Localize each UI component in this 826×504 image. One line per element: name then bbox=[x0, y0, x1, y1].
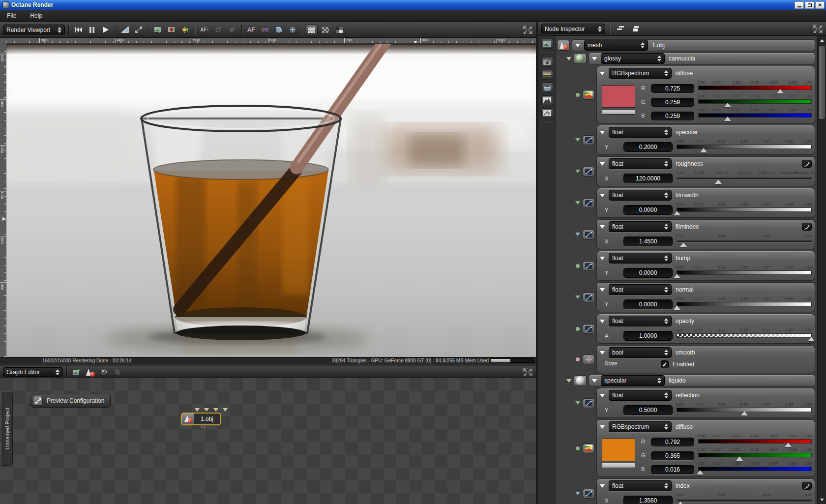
log-scale-button[interactable] bbox=[802, 482, 812, 490]
slider-track[interactable] bbox=[677, 302, 812, 306]
slider-track[interactable] bbox=[698, 86, 812, 90]
slider[interactable]: 0.000.170.330.500.670.831.00 bbox=[698, 461, 812, 474]
save-image-button[interactable] bbox=[152, 25, 164, 35]
slider[interactable]: 0.000.170.330.500.670.831.00 bbox=[677, 402, 812, 415]
slider-track[interactable] bbox=[677, 500, 812, 502]
brightness-strip[interactable] bbox=[602, 109, 635, 115]
pause-render-button[interactable] bbox=[86, 25, 98, 35]
value-field[interactable]: 1.4500 bbox=[623, 237, 673, 246]
ge-add-material-button[interactable] bbox=[84, 367, 96, 378]
slider[interactable]: 0.000.170.330.500.670.831.00 bbox=[677, 139, 812, 152]
collapse-arrow-icon[interactable] bbox=[600, 162, 605, 166]
zoom-picker-button[interactable] bbox=[226, 25, 238, 35]
slider[interactable]: 0.000.170.330.500.670.831.00 bbox=[677, 296, 812, 309]
node-inspector-fullscreen-button[interactable]: ⇱⇗⇙⇲ bbox=[813, 25, 823, 33]
filmindex-type-dropdown[interactable]: float bbox=[609, 221, 672, 232]
slider-handle[interactable] bbox=[808, 337, 815, 341]
render-region-button[interactable] bbox=[166, 25, 177, 35]
close-button[interactable]: × bbox=[815, 1, 825, 9]
slider[interactable]: 0.000.170.330.500.670.831.00 bbox=[698, 94, 812, 107]
anaglyph-button[interactable] bbox=[259, 25, 271, 35]
value-field[interactable]: 0.259 bbox=[651, 98, 694, 107]
slider-handle[interactable] bbox=[680, 242, 687, 247]
slider-track[interactable] bbox=[698, 453, 812, 457]
slider-handle[interactable] bbox=[674, 305, 680, 310]
slider-track[interactable] bbox=[677, 270, 812, 275]
collapse-arrow-icon[interactable] bbox=[592, 57, 597, 60]
mesh-type-dropdown[interactable]: mesh bbox=[584, 40, 648, 51]
slider-track[interactable] bbox=[677, 333, 812, 338]
value-field[interactable]: 0.725 bbox=[651, 84, 694, 93]
slider-handle[interactable] bbox=[785, 443, 792, 447]
collapse-arrow-icon[interactable] bbox=[600, 131, 605, 134]
slider-handle[interactable] bbox=[741, 411, 748, 415]
slider[interactable]: 0.000.170.330.500.670.831.00 bbox=[677, 328, 812, 341]
collapse-arrow-icon[interactable] bbox=[600, 72, 605, 75]
play-render-button[interactable] bbox=[100, 25, 112, 35]
slider[interactable]: 0.000.170.330.500.670.831.00 bbox=[677, 265, 812, 278]
collapse-arrow-icon[interactable] bbox=[600, 394, 605, 397]
render-settings-icon[interactable] bbox=[541, 108, 553, 118]
slider-handle[interactable] bbox=[715, 179, 722, 184]
value-field[interactable]: 1.0000 bbox=[623, 331, 673, 341]
light-button[interactable] bbox=[179, 25, 191, 35]
value-field[interactable]: 120.0000 bbox=[623, 174, 673, 183]
viewport-fullscreen-button[interactable]: ⇱⇗⇙⇲ bbox=[523, 26, 533, 34]
menu-file[interactable]: File bbox=[0, 10, 23, 21]
graph-editor-fullscreen-button[interactable]: ⇱⇗⇙⇲ bbox=[523, 368, 533, 376]
diffuse-type-dropdown[interactable]: RGBspectrum bbox=[609, 421, 672, 432]
ge-add-texture-button[interactable] bbox=[112, 367, 123, 378]
log-scale-button[interactable] bbox=[802, 160, 812, 168]
value-field[interactable]: 0.259 bbox=[651, 112, 694, 120]
node-output-pin[interactable] bbox=[201, 424, 205, 428]
slider-track[interactable] bbox=[698, 113, 812, 118]
menu-help[interactable]: Help bbox=[23, 10, 49, 21]
slider-handle[interactable] bbox=[697, 470, 704, 474]
alpha-channel-button[interactable] bbox=[320, 25, 331, 35]
af-toggle-button[interactable]: AF bbox=[245, 25, 257, 35]
slider-track[interactable] bbox=[677, 208, 812, 212]
expand-groups-button[interactable] bbox=[629, 24, 641, 34]
collapse-arrow-icon[interactable] bbox=[575, 44, 580, 47]
specular-type-dropdown[interactable]: specular bbox=[601, 375, 665, 386]
af-point-button[interactable]: AF↑ bbox=[199, 25, 210, 35]
slider-track[interactable] bbox=[698, 99, 812, 104]
normal-type-dropdown[interactable]: float bbox=[609, 284, 672, 295]
alpha-split-button[interactable] bbox=[333, 25, 345, 35]
slider-handle[interactable] bbox=[777, 89, 784, 93]
enabled-checkbox[interactable]: ✓ bbox=[661, 360, 669, 368]
color-swatch[interactable] bbox=[602, 85, 635, 108]
slider-handle[interactable] bbox=[674, 274, 680, 278]
node-inspector-selector-dropdown[interactable]: Node Inspector bbox=[541, 24, 605, 34]
value-field[interactable]: 0.0000 bbox=[623, 299, 673, 309]
collapse-arrow-icon[interactable] bbox=[600, 288, 605, 292]
collapse-groups-button[interactable] bbox=[615, 24, 626, 34]
opacity-type-dropdown[interactable]: float bbox=[609, 316, 672, 326]
slider[interactable]: 2.0017.82158.741414.2112599.22112246.201… bbox=[677, 171, 812, 183]
slider-handle[interactable] bbox=[736, 456, 743, 461]
graph-editor-selector-dropdown[interactable]: Graph Editor bbox=[3, 367, 63, 377]
collapse-arrow-icon[interactable] bbox=[600, 484, 605, 488]
diffuse-type-dropdown[interactable]: RGBspectrum bbox=[609, 68, 672, 79]
slider-handle[interactable] bbox=[724, 117, 731, 121]
collapse-arrow-icon[interactable] bbox=[600, 194, 605, 197]
scroll-down-button[interactable] bbox=[818, 496, 826, 504]
slider[interactable]: 0.000.170.330.500.670.831.00 bbox=[698, 80, 812, 93]
sphere-chrome-icon[interactable] bbox=[574, 375, 587, 386]
value-field[interactable]: 0.0000 bbox=[623, 268, 673, 278]
resize-viewport-button[interactable] bbox=[133, 25, 145, 35]
filmwidth-type-dropdown[interactable]: float bbox=[609, 190, 672, 201]
focus-picker-button[interactable] bbox=[212, 25, 224, 35]
inspector-scrollbar[interactable] bbox=[817, 36, 826, 504]
material-ball-icon[interactable] bbox=[557, 40, 570, 51]
slider-track[interactable] bbox=[698, 439, 812, 444]
slider-handle[interactable] bbox=[724, 103, 731, 107]
value-field[interactable]: 1.3560 bbox=[623, 496, 673, 504]
image-settings-icon[interactable] bbox=[541, 39, 553, 49]
value-field[interactable]: 0.5000 bbox=[623, 405, 673, 415]
slider[interactable]: 0.000.170.330.500.670.831.00 bbox=[698, 434, 812, 446]
collapse-arrow-icon[interactable] bbox=[592, 379, 597, 383]
ge-add-camera-button[interactable] bbox=[98, 367, 110, 378]
slider-handle[interactable] bbox=[700, 148, 707, 152]
graph-editor-canvas[interactable]: Unnamed Project Preview Configuration 1.… bbox=[0, 378, 536, 504]
